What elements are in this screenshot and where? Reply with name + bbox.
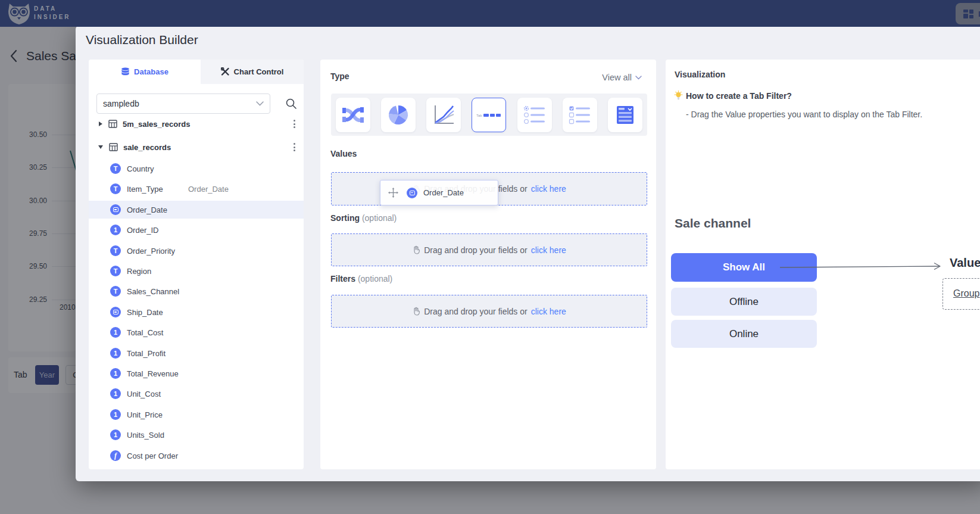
caret-right-icon[interactable] [99, 122, 102, 126]
database-select[interactable]: sampledb [96, 94, 270, 114]
field-item[interactable]: TOrder_Priority [89, 242, 304, 260]
dragged-field-chip[interactable]: Order_Date [380, 180, 498, 205]
view-all-button[interactable]: View all [602, 73, 642, 82]
chart-type-table[interactable] [608, 98, 642, 132]
values-click-here-link[interactable]: click here [531, 184, 566, 194]
field-item-selected[interactable]: Order_Date [89, 201, 304, 219]
field-item[interactable]: 1Total_Cost [89, 323, 304, 341]
tools-icon [221, 67, 230, 76]
tab-chart-control[interactable]: Chart Control [201, 60, 304, 84]
search-icon[interactable] [285, 98, 297, 110]
chart-type-strip: Tab [331, 94, 647, 136]
date-field-icon [407, 188, 417, 198]
values-section-label: Values [330, 149, 357, 158]
table-widget-icon [614, 104, 636, 126]
table-icon [109, 143, 118, 151]
field-item[interactable]: Ship_Date [89, 303, 304, 321]
field-item[interactable]: 1Unit_Price [89, 406, 304, 423]
brand-name: DATA INSIDER [34, 5, 71, 21]
text-field-icon: T [110, 266, 121, 276]
filters-click-here-link[interactable]: click here [531, 307, 566, 316]
visualization-title: Visualization [675, 70, 725, 79]
field-item[interactable]: TSales_Channel [89, 282, 304, 300]
chevron-down-icon [635, 76, 642, 80]
sorting-dropzone[interactable]: Drag and drop your fields or click here [331, 233, 647, 266]
date-field-icon [110, 204, 121, 215]
number-field-icon: 1 [110, 327, 121, 338]
preview-tab-offline[interactable]: Offline [671, 288, 817, 316]
top-navbar: DATA INSIDER D [0, 0, 980, 27]
pie-chart-icon [386, 103, 410, 127]
number-field-icon: 1 [110, 429, 121, 440]
tip-title: How to create a Tab Filter? [686, 91, 792, 101]
table-menu-icon[interactable] [294, 120, 295, 128]
radio-list-icon [523, 105, 546, 125]
field-item[interactable]: 1Units_Sold [89, 426, 304, 444]
chart-type-radio-list[interactable] [517, 98, 552, 132]
drag-hand-icon [412, 307, 420, 316]
table-menu-icon[interactable] [294, 143, 295, 151]
text-field-icon: T [110, 245, 121, 256]
builder-panel: Type View all [320, 60, 656, 469]
field-item[interactable]: TRegion [89, 262, 304, 280]
filters-dropzone[interactable]: Drag and drop your fields or click here [331, 295, 647, 328]
dashboard-icon [963, 8, 974, 20]
caret-down-icon[interactable] [98, 145, 103, 149]
tab-filter-icon: Tab [476, 111, 501, 119]
checkbox-list-icon [569, 105, 591, 125]
panel-tabbar: Database Chart Control [89, 60, 304, 84]
svg-text:Tab: Tab [476, 114, 482, 117]
field-item[interactable]: 1Unit_Cost [89, 385, 304, 403]
sankey-icon [341, 103, 365, 127]
date-field-icon [110, 307, 121, 317]
table-icon [108, 120, 117, 128]
drag-hand-icon [412, 245, 420, 254]
preview-title: Sale channel [675, 216, 751, 230]
dashboard-nav-button[interactable]: D [956, 3, 980, 24]
tab-database[interactable]: Database [89, 60, 201, 84]
database-icon [121, 67, 130, 77]
visualization-builder-modal: Visualization Builder Database Chart Con… [76, 26, 980, 481]
text-field-icon: T [110, 163, 121, 174]
table-row-5m-sales-records[interactable]: 5m_sales_records [89, 115, 304, 133]
chart-type-line[interactable] [426, 98, 461, 132]
field-item[interactable]: TCountry [89, 160, 304, 177]
type-section-label: Type [330, 71, 349, 81]
move-icon [388, 188, 398, 198]
preview-tab-online[interactable]: Online [671, 320, 817, 348]
chart-type-pie[interactable] [381, 98, 416, 132]
text-field-icon: T [110, 183, 121, 194]
field-item[interactable]: 1Total_Revenue [89, 365, 304, 382]
chart-type-sankey[interactable] [336, 98, 370, 132]
sorting-click-here-link[interactable]: click here [531, 245, 566, 255]
chart-type-checkbox-list[interactable] [563, 98, 597, 132]
annotation-group-label: Group [953, 288, 979, 299]
annotation-arrow [773, 258, 951, 276]
number-field-icon: 1 [110, 388, 121, 399]
lightbulb-icon [673, 91, 683, 101]
text-field-icon: T [110, 286, 121, 297]
number-field-icon: 1 [110, 409, 121, 420]
line-chart-icon [432, 103, 455, 127]
formula-field-icon: f [110, 450, 121, 461]
modal-title: Visualization Builder [86, 33, 198, 47]
field-item[interactable]: 1Order_ID [89, 221, 304, 239]
tip-body: - Drag the Value properties you want to … [686, 110, 922, 119]
number-field-icon: 1 [110, 368, 121, 379]
annotation-value-label: Value [950, 256, 980, 270]
field-item[interactable]: fCost per Order [89, 447, 304, 465]
visualization-panel: Visualization How to create a Tab Filter… [666, 60, 980, 469]
annotation-group-box: Group [942, 278, 980, 310]
chart-type-tab-filter[interactable]: Tab [472, 98, 506, 132]
owl-logo-icon [6, 2, 32, 26]
number-field-icon: 1 [110, 348, 121, 359]
table-row-sale-records[interactable]: sale_records [89, 138, 304, 156]
number-field-icon: 1 [110, 225, 121, 235]
chevron-down-icon [256, 101, 264, 106]
field-item[interactable]: 1Total_Profit [89, 344, 304, 362]
filters-section-label: Filters (optional) [330, 274, 392, 284]
drag-ghost-label: Order_Date [188, 185, 229, 194]
database-panel: Database Chart Control sampledb [89, 60, 304, 469]
sorting-section-label: Sorting (optional) [330, 213, 397, 223]
